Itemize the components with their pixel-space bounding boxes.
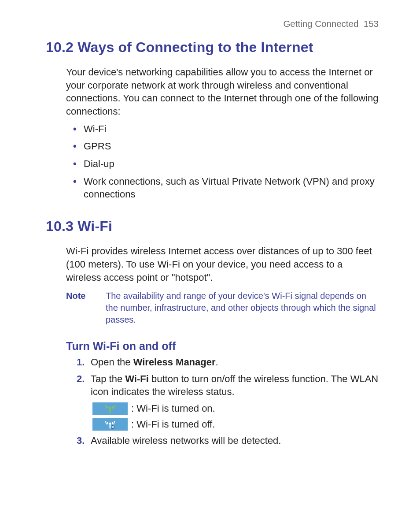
- list-item: Wi-Fi: [71, 123, 379, 136]
- section-10-2-heading: 10.2 Ways of Connecting to the Internet: [46, 38, 379, 57]
- connection-type-list: Wi-Fi GPRS Dial-up Work connections, suc…: [71, 123, 379, 201]
- page-number: 153: [364, 19, 379, 29]
- wifi-off-icon: [92, 418, 128, 431]
- step-2: Tap the Wi-Fi button to turn on/off the …: [77, 372, 379, 431]
- step-bold: Wireless Manager: [133, 357, 216, 368]
- note-text: The availability and range of your devic…: [106, 290, 379, 326]
- list-item-label: Dial-up: [84, 158, 114, 169]
- step-text: Open the: [91, 357, 133, 368]
- note-block: Note The availability and range of your …: [66, 290, 379, 326]
- step-text: Available wireless networks will be dete…: [91, 435, 281, 446]
- section-10-2-intro: Your device's networking capabilities al…: [66, 66, 379, 118]
- svg-rect-1: [110, 408, 111, 413]
- list-item: Work connections, such as Virtual Privat…: [71, 175, 379, 201]
- list-item-label: GPRS: [84, 141, 111, 152]
- note-label: Note: [66, 290, 106, 326]
- list-item-label: Work connections, such as Virtual Privat…: [84, 176, 375, 200]
- running-header: Getting Connected 153: [46, 18, 379, 30]
- wifi-status-on-line: : Wi-Fi is turned on.: [92, 402, 379, 415]
- section-10-3-intro: Wi-Fi provides wireless Internet access …: [66, 245, 379, 284]
- list-item: GPRS: [71, 140, 379, 153]
- wifi-status-off-line: : Wi-Fi is turned off.: [92, 418, 379, 431]
- wifi-on-icon: [92, 402, 128, 415]
- svg-rect-3: [110, 424, 111, 428]
- chapter-title: Getting Connected: [283, 19, 358, 29]
- wifi-status-on-text: : Wi-Fi is turned on.: [131, 402, 215, 415]
- wifi-status-off-text: : Wi-Fi is turned off.: [131, 418, 215, 431]
- list-item-label: Wi-Fi: [84, 123, 106, 134]
- step-text: .: [216, 357, 218, 368]
- turn-wifi-steps: Open the Wireless Manager. Tap the Wi-Fi…: [77, 356, 379, 447]
- wifi-status-block: : Wi-Fi is turned on.: [92, 402, 379, 431]
- list-item: Dial-up: [71, 157, 379, 171]
- step-1: Open the Wireless Manager.: [77, 356, 379, 369]
- step-3: Available wireless networks will be dete…: [77, 434, 379, 447]
- subsection-turn-wifi-heading: Turn Wi-Fi on and off: [66, 339, 379, 354]
- section-10-3-heading: 10.3 Wi-Fi: [46, 217, 379, 236]
- step-bold: Wi-Fi: [125, 373, 149, 384]
- step-text: Tap the: [91, 373, 125, 384]
